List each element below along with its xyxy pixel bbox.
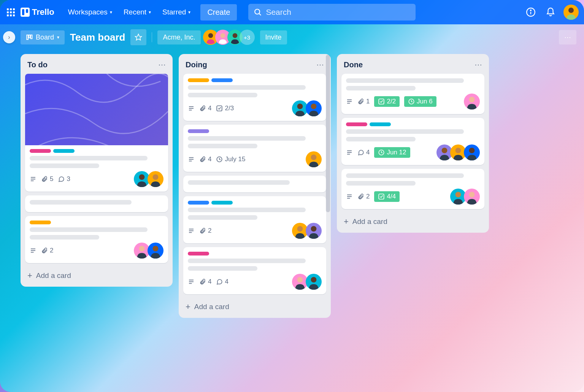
chevron-down-icon: ▾ [57,35,59,40]
plus-icon: + [186,302,190,312]
star-button[interactable] [130,29,146,45]
list-menu-icon[interactable]: ⋯ [474,60,482,69]
member-overflow[interactable]: +3 [240,30,255,45]
card[interactable]: 2 [183,196,326,243]
add-card-button[interactable]: +Add a card [183,298,326,313]
member-avatar[interactable] [306,274,322,290]
label-pill[interactable] [211,78,233,82]
attachments-badge: 1 [357,98,370,105]
svg-point-38 [311,226,317,232]
member-avatar[interactable] [306,151,322,167]
scrollbar[interactable] [326,55,330,212]
label-pill[interactable] [188,201,209,205]
lists-container: To do⋯532+Add a cardDoing⋯42/34July 1524… [0,50,584,392]
card-labels [188,78,322,82]
card-labels [30,149,163,153]
board-icon [26,34,33,41]
view-switcher[interactable]: Board ▾ [21,30,65,44]
member-avatar[interactable] [306,100,322,116]
add-card-button[interactable]: +Add a card [341,213,484,228]
brand-logo[interactable]: Trello [21,7,54,17]
list-header: To do⋯ [25,59,168,70]
list-title[interactable]: Done [344,60,363,69]
search-input[interactable] [266,8,410,17]
member-avatar[interactable] [148,171,163,187]
card-labels [30,221,163,224]
label-pill[interactable] [53,149,75,153]
svg-point-42 [297,277,303,282]
list-header: Doing⋯ [183,59,326,70]
card[interactable]: 4July 15 [183,125,326,172]
due-date-done-badge: Jun 6 [404,96,436,107]
attachments-badge: 2 [41,247,53,254]
card[interactable]: 12/2Jun 6 [341,74,484,114]
list-title[interactable]: To do [27,60,48,69]
label-pill[interactable] [211,201,233,205]
comments-badge: 4 [216,278,228,286]
card[interactable]: 44 [183,247,326,294]
nav-starred[interactable]: Starred▾ [158,5,195,19]
svg-rect-26 [217,106,222,111]
card-members [136,171,163,187]
add-card-button[interactable]: +Add a card [25,267,168,282]
svg-rect-47 [379,99,384,104]
board-title[interactable]: Team board [70,32,125,43]
bell-icon[interactable] [544,5,557,19]
user-avatar[interactable] [563,5,579,20]
description-icon [30,247,36,254]
svg-point-49 [469,97,475,102]
list-header: Done⋯ [341,59,484,70]
search-box[interactable] [248,4,416,21]
list-menu-icon[interactable]: ⋯ [158,60,166,69]
sidebar-expand-icon[interactable]: › [3,31,15,43]
card-labels [346,122,480,126]
label-pill[interactable] [346,122,367,126]
card-members [466,94,480,110]
card-cover [25,74,168,145]
checklist-done-badge: 4/4 [374,191,400,202]
workspace-name[interactable]: Acme, Inc. [157,30,200,44]
label-pill[interactable] [188,129,209,133]
card[interactable] [25,195,168,212]
brand-name: Trello [32,7,54,17]
apps-icon[interactable] [5,7,16,17]
card[interactable] [183,176,326,192]
svg-point-10 [208,33,213,38]
search-icon [254,8,262,16]
card-footer: 12/2Jun 6 [346,94,480,110]
card[interactable]: 2 [25,216,168,263]
invite-button[interactable]: Invite [260,30,287,44]
label-pill[interactable] [30,149,51,153]
svg-rect-60 [379,194,384,199]
board-menu-button[interactable]: ⋯ [559,30,576,44]
svg-point-56 [469,148,475,153]
svg-point-11 [220,33,225,38]
description-icon [346,98,353,105]
info-icon[interactable] [524,5,538,19]
list-title[interactable]: Doing [186,60,207,69]
label-pill[interactable] [370,122,391,126]
board-members[interactable]: +3 [206,30,255,45]
card[interactable]: 24/4 [341,169,484,209]
card-footer: 2 [188,223,322,239]
card[interactable]: 4Jun 12 [341,118,484,165]
member-avatar[interactable] [464,94,480,110]
card[interactable]: 42/3 [183,74,326,121]
member-avatar[interactable] [148,243,163,259]
member-avatar[interactable] [306,223,322,239]
member-avatar[interactable] [464,144,480,160]
svg-point-61 [455,192,461,197]
member-avatar[interactable] [464,189,480,205]
label-pill[interactable] [30,221,51,224]
nav-recent[interactable]: Recent▾ [119,5,156,19]
label-pill[interactable] [188,252,209,256]
nav-workspaces[interactable]: Workspaces▾ [63,5,117,19]
card-members [294,223,322,239]
list-menu-icon[interactable]: ⋯ [316,60,324,69]
card-labels [188,252,322,256]
card-members [294,274,322,290]
create-button[interactable]: Create [200,4,237,21]
label-pill[interactable] [188,78,209,82]
svg-point-22 [153,246,159,251]
card[interactable]: 53 [25,74,168,192]
